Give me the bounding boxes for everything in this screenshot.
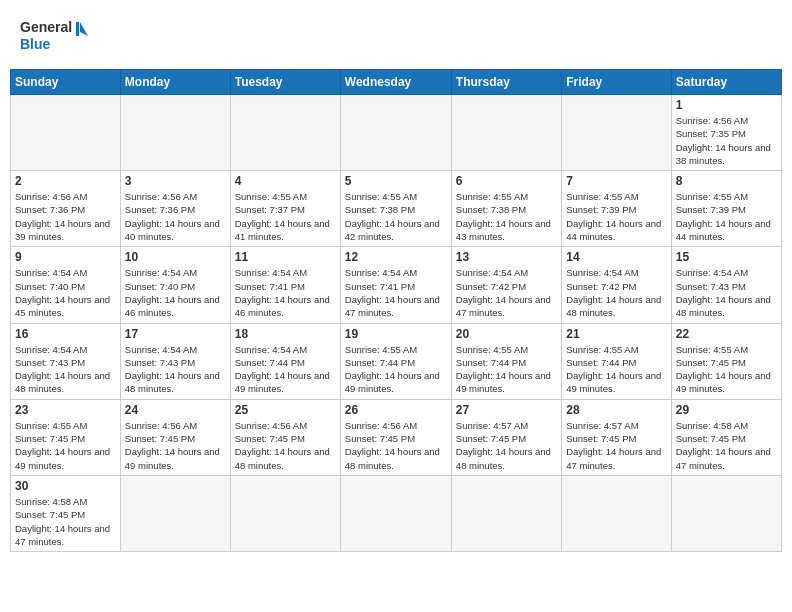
logo: General Blue: [18, 14, 88, 59]
day-info: Sunrise: 4:57 AM Sunset: 7:45 PM Dayligh…: [566, 419, 666, 472]
day-info: Sunrise: 4:57 AM Sunset: 7:45 PM Dayligh…: [456, 419, 557, 472]
calendar-week-row: 2Sunrise: 4:56 AM Sunset: 7:36 PM Daylig…: [11, 171, 782, 247]
day-number: 5: [345, 174, 447, 188]
calendar-day-cell: 21Sunrise: 4:55 AM Sunset: 7:44 PM Dayli…: [562, 323, 671, 399]
calendar-day-cell: [562, 475, 671, 551]
calendar-day-cell: 9Sunrise: 4:54 AM Sunset: 7:40 PM Daylig…: [11, 247, 121, 323]
calendar-day-cell: 10Sunrise: 4:54 AM Sunset: 7:40 PM Dayli…: [120, 247, 230, 323]
svg-text:General: General: [20, 19, 72, 35]
day-info: Sunrise: 4:58 AM Sunset: 7:45 PM Dayligh…: [676, 419, 777, 472]
calendar-day-cell: [340, 475, 451, 551]
day-of-week-header: Saturday: [671, 70, 781, 95]
calendar-day-cell: 20Sunrise: 4:55 AM Sunset: 7:44 PM Dayli…: [451, 323, 561, 399]
day-number: 30: [15, 479, 116, 493]
day-info: Sunrise: 4:55 AM Sunset: 7:39 PM Dayligh…: [566, 190, 666, 243]
day-info: Sunrise: 4:55 AM Sunset: 7:37 PM Dayligh…: [235, 190, 336, 243]
calendar-day-cell: 13Sunrise: 4:54 AM Sunset: 7:42 PM Dayli…: [451, 247, 561, 323]
day-info: Sunrise: 4:54 AM Sunset: 7:44 PM Dayligh…: [235, 343, 336, 396]
calendar-day-cell: 17Sunrise: 4:54 AM Sunset: 7:43 PM Dayli…: [120, 323, 230, 399]
day-number: 4: [235, 174, 336, 188]
calendar-week-row: 30Sunrise: 4:58 AM Sunset: 7:45 PM Dayli…: [11, 475, 782, 551]
day-info: Sunrise: 4:54 AM Sunset: 7:42 PM Dayligh…: [566, 266, 666, 319]
day-number: 10: [125, 250, 226, 264]
calendar-day-cell: [562, 95, 671, 171]
day-info: Sunrise: 4:56 AM Sunset: 7:36 PM Dayligh…: [15, 190, 116, 243]
svg-rect-3: [76, 22, 79, 36]
calendar-day-cell: 27Sunrise: 4:57 AM Sunset: 7:45 PM Dayli…: [451, 399, 561, 475]
day-number: 15: [676, 250, 777, 264]
calendar-day-cell: 22Sunrise: 4:55 AM Sunset: 7:45 PM Dayli…: [671, 323, 781, 399]
day-info: Sunrise: 4:55 AM Sunset: 7:44 PM Dayligh…: [566, 343, 666, 396]
day-info: Sunrise: 4:55 AM Sunset: 7:44 PM Dayligh…: [345, 343, 447, 396]
day-number: 14: [566, 250, 666, 264]
calendar-table: SundayMondayTuesdayWednesdayThursdayFrid…: [10, 69, 782, 552]
calendar-day-cell: 18Sunrise: 4:54 AM Sunset: 7:44 PM Dayli…: [230, 323, 340, 399]
day-number: 9: [15, 250, 116, 264]
calendar-day-cell: [230, 95, 340, 171]
calendar-day-cell: 23Sunrise: 4:55 AM Sunset: 7:45 PM Dayli…: [11, 399, 121, 475]
day-info: Sunrise: 4:56 AM Sunset: 7:45 PM Dayligh…: [345, 419, 447, 472]
day-number: 1: [676, 98, 777, 112]
calendar-day-cell: [340, 95, 451, 171]
calendar-day-cell: [11, 95, 121, 171]
day-number: 22: [676, 327, 777, 341]
generalblue-logo: General Blue: [18, 14, 88, 59]
calendar-day-cell: 19Sunrise: 4:55 AM Sunset: 7:44 PM Dayli…: [340, 323, 451, 399]
day-info: Sunrise: 4:55 AM Sunset: 7:45 PM Dayligh…: [15, 419, 116, 472]
calendar-header-row: SundayMondayTuesdayWednesdayThursdayFrid…: [11, 70, 782, 95]
day-number: 6: [456, 174, 557, 188]
day-info: Sunrise: 4:54 AM Sunset: 7:43 PM Dayligh…: [15, 343, 116, 396]
day-number: 25: [235, 403, 336, 417]
calendar-week-row: 1Sunrise: 4:56 AM Sunset: 7:35 PM Daylig…: [11, 95, 782, 171]
calendar-week-row: 9Sunrise: 4:54 AM Sunset: 7:40 PM Daylig…: [11, 247, 782, 323]
day-info: Sunrise: 4:54 AM Sunset: 7:40 PM Dayligh…: [125, 266, 226, 319]
calendar-day-cell: 5Sunrise: 4:55 AM Sunset: 7:38 PM Daylig…: [340, 171, 451, 247]
calendar-day-cell: 6Sunrise: 4:55 AM Sunset: 7:38 PM Daylig…: [451, 171, 561, 247]
calendar-day-cell: 14Sunrise: 4:54 AM Sunset: 7:42 PM Dayli…: [562, 247, 671, 323]
day-number: 29: [676, 403, 777, 417]
calendar-day-cell: 11Sunrise: 4:54 AM Sunset: 7:41 PM Dayli…: [230, 247, 340, 323]
day-number: 2: [15, 174, 116, 188]
day-info: Sunrise: 4:54 AM Sunset: 7:41 PM Dayligh…: [235, 266, 336, 319]
calendar-day-cell: 26Sunrise: 4:56 AM Sunset: 7:45 PM Dayli…: [340, 399, 451, 475]
day-info: Sunrise: 4:54 AM Sunset: 7:41 PM Dayligh…: [345, 266, 447, 319]
calendar-week-row: 23Sunrise: 4:55 AM Sunset: 7:45 PM Dayli…: [11, 399, 782, 475]
calendar-week-row: 16Sunrise: 4:54 AM Sunset: 7:43 PM Dayli…: [11, 323, 782, 399]
day-info: Sunrise: 4:55 AM Sunset: 7:38 PM Dayligh…: [456, 190, 557, 243]
calendar-day-cell: [451, 475, 561, 551]
calendar-day-cell: [671, 475, 781, 551]
day-info: Sunrise: 4:55 AM Sunset: 7:45 PM Dayligh…: [676, 343, 777, 396]
calendar-day-cell: [120, 475, 230, 551]
day-number: 28: [566, 403, 666, 417]
calendar-day-cell: 29Sunrise: 4:58 AM Sunset: 7:45 PM Dayli…: [671, 399, 781, 475]
day-number: 18: [235, 327, 336, 341]
day-number: 11: [235, 250, 336, 264]
calendar-day-cell: 7Sunrise: 4:55 AM Sunset: 7:39 PM Daylig…: [562, 171, 671, 247]
calendar-day-cell: 2Sunrise: 4:56 AM Sunset: 7:36 PM Daylig…: [11, 171, 121, 247]
calendar-day-cell: [230, 475, 340, 551]
calendar-day-cell: 24Sunrise: 4:56 AM Sunset: 7:45 PM Dayli…: [120, 399, 230, 475]
day-number: 13: [456, 250, 557, 264]
day-of-week-header: Sunday: [11, 70, 121, 95]
day-info: Sunrise: 4:55 AM Sunset: 7:39 PM Dayligh…: [676, 190, 777, 243]
day-number: 3: [125, 174, 226, 188]
day-number: 26: [345, 403, 447, 417]
day-of-week-header: Monday: [120, 70, 230, 95]
day-info: Sunrise: 4:55 AM Sunset: 7:44 PM Dayligh…: [456, 343, 557, 396]
calendar-day-cell: 3Sunrise: 4:56 AM Sunset: 7:36 PM Daylig…: [120, 171, 230, 247]
day-number: 16: [15, 327, 116, 341]
calendar-day-cell: 15Sunrise: 4:54 AM Sunset: 7:43 PM Dayli…: [671, 247, 781, 323]
day-number: 17: [125, 327, 226, 341]
calendar-day-cell: 1Sunrise: 4:56 AM Sunset: 7:35 PM Daylig…: [671, 95, 781, 171]
day-number: 24: [125, 403, 226, 417]
day-number: 19: [345, 327, 447, 341]
calendar-day-cell: 8Sunrise: 4:55 AM Sunset: 7:39 PM Daylig…: [671, 171, 781, 247]
day-of-week-header: Thursday: [451, 70, 561, 95]
calendar-day-cell: 16Sunrise: 4:54 AM Sunset: 7:43 PM Dayli…: [11, 323, 121, 399]
day-info: Sunrise: 4:56 AM Sunset: 7:35 PM Dayligh…: [676, 114, 777, 167]
day-info: Sunrise: 4:56 AM Sunset: 7:36 PM Dayligh…: [125, 190, 226, 243]
calendar-day-cell: [451, 95, 561, 171]
day-number: 20: [456, 327, 557, 341]
day-info: Sunrise: 4:54 AM Sunset: 7:42 PM Dayligh…: [456, 266, 557, 319]
calendar-day-cell: 30Sunrise: 4:58 AM Sunset: 7:45 PM Dayli…: [11, 475, 121, 551]
